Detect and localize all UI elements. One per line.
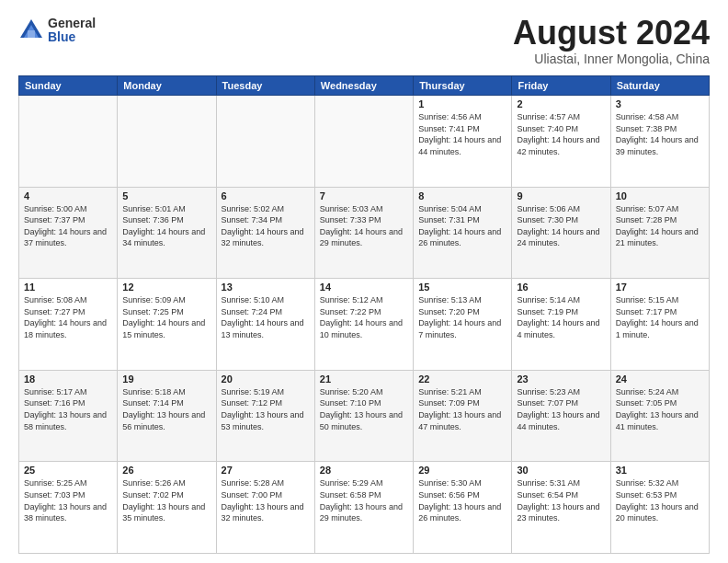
day-info: Sunrise: 5:29 AM Sunset: 6:58 PM Dayligh… <box>320 477 408 523</box>
table-row: 28Sunrise: 5:29 AM Sunset: 6:58 PM Dayli… <box>314 462 413 554</box>
day-number: 9 <box>517 190 605 201</box>
day-number: 16 <box>517 282 605 293</box>
col-saturday: Saturday <box>610 76 709 96</box>
page: General Blue August 2024 Uliastai, Inner… <box>0 0 728 563</box>
day-number: 31 <box>616 465 704 476</box>
day-info: Sunrise: 5:04 AM Sunset: 7:31 PM Dayligh… <box>418 203 506 249</box>
day-info: Sunrise: 5:32 AM Sunset: 6:53 PM Dayligh… <box>616 477 704 523</box>
day-info: Sunrise: 5:28 AM Sunset: 7:00 PM Dayligh… <box>222 477 310 523</box>
table-row: 31Sunrise: 5:32 AM Sunset: 6:53 PM Dayli… <box>610 462 709 554</box>
table-row: 15Sunrise: 5:13 AM Sunset: 7:20 PM Dayli… <box>414 279 512 371</box>
table-row: 11Sunrise: 5:08 AM Sunset: 7:27 PM Dayli… <box>19 279 118 371</box>
day-number: 19 <box>122 373 210 385</box>
day-number: 13 <box>222 282 310 293</box>
table-row: 3Sunrise: 4:58 AM Sunset: 7:38 PM Daylig… <box>610 96 709 188</box>
day-info: Sunrise: 5:31 AM Sunset: 6:54 PM Dayligh… <box>517 477 605 523</box>
day-number: 10 <box>616 190 704 201</box>
col-wednesday: Wednesday <box>314 76 413 96</box>
logo: General Blue <box>18 17 96 45</box>
table-row <box>216 96 314 188</box>
table-row: 16Sunrise: 5:14 AM Sunset: 7:19 PM Dayli… <box>512 279 610 371</box>
day-info: Sunrise: 5:00 AM Sunset: 7:37 PM Dayligh… <box>24 203 112 249</box>
table-row: 24Sunrise: 5:24 AM Sunset: 7:05 PM Dayli… <box>610 370 709 462</box>
day-info: Sunrise: 4:56 AM Sunset: 7:41 PM Dayligh… <box>418 111 506 157</box>
day-info: Sunrise: 5:20 AM Sunset: 7:10 PM Dayligh… <box>320 386 408 432</box>
day-info: Sunrise: 5:07 AM Sunset: 7:28 PM Dayligh… <box>616 203 704 249</box>
day-info: Sunrise: 5:19 AM Sunset: 7:12 PM Dayligh… <box>222 386 310 432</box>
table-row: 23Sunrise: 5:23 AM Sunset: 7:07 PM Dayli… <box>512 370 610 462</box>
logo-blue: Blue <box>48 30 96 44</box>
calendar-header-row: Sunday Monday Tuesday Wednesday Thursday… <box>19 76 710 96</box>
day-number: 30 <box>517 465 605 476</box>
day-number: 28 <box>320 465 408 476</box>
table-row: 13Sunrise: 5:10 AM Sunset: 7:24 PM Dayli… <box>216 279 314 371</box>
day-info: Sunrise: 5:24 AM Sunset: 7:05 PM Dayligh… <box>616 386 704 432</box>
title-block: August 2024 Uliastai, Inner Mongolia, Ch… <box>513 17 710 66</box>
day-info: Sunrise: 5:06 AM Sunset: 7:30 PM Dayligh… <box>517 203 605 249</box>
table-row: 25Sunrise: 5:25 AM Sunset: 7:03 PM Dayli… <box>19 462 118 554</box>
calendar-table: Sunday Monday Tuesday Wednesday Thursday… <box>18 75 710 554</box>
title-month: August 2024 <box>513 17 710 50</box>
day-info: Sunrise: 5:25 AM Sunset: 7:03 PM Dayligh… <box>24 477 112 523</box>
day-number: 7 <box>320 190 408 201</box>
day-number: 8 <box>418 190 506 201</box>
table-row: 2Sunrise: 4:57 AM Sunset: 7:40 PM Daylig… <box>512 96 610 188</box>
calendar-week-row: 4Sunrise: 5:00 AM Sunset: 7:37 PM Daylig… <box>19 187 710 279</box>
day-number: 18 <box>24 373 112 385</box>
day-number: 29 <box>418 465 506 476</box>
day-info: Sunrise: 5:03 AM Sunset: 7:33 PM Dayligh… <box>320 203 408 249</box>
day-info: Sunrise: 5:23 AM Sunset: 7:07 PM Dayligh… <box>517 386 605 432</box>
col-friday: Friday <box>512 76 610 96</box>
table-row: 4Sunrise: 5:00 AM Sunset: 7:37 PM Daylig… <box>19 187 118 279</box>
day-info: Sunrise: 5:09 AM Sunset: 7:25 PM Dayligh… <box>122 294 210 340</box>
table-row: 12Sunrise: 5:09 AM Sunset: 7:25 PM Dayli… <box>118 279 216 371</box>
day-number: 24 <box>616 373 704 385</box>
col-tuesday: Tuesday <box>216 76 314 96</box>
day-info: Sunrise: 5:01 AM Sunset: 7:36 PM Dayligh… <box>122 203 210 249</box>
logo-icon <box>18 17 44 43</box>
table-row: 8Sunrise: 5:04 AM Sunset: 7:31 PM Daylig… <box>414 187 512 279</box>
day-number: 1 <box>418 98 506 109</box>
day-number: 6 <box>222 190 310 201</box>
day-number: 11 <box>24 282 112 293</box>
calendar-week-row: 25Sunrise: 5:25 AM Sunset: 7:03 PM Dayli… <box>19 462 710 554</box>
table-row: 10Sunrise: 5:07 AM Sunset: 7:28 PM Dayli… <box>610 187 709 279</box>
table-row: 14Sunrise: 5:12 AM Sunset: 7:22 PM Dayli… <box>314 279 413 371</box>
day-info: Sunrise: 4:58 AM Sunset: 7:38 PM Dayligh… <box>616 111 704 157</box>
day-number: 17 <box>616 282 704 293</box>
day-info: Sunrise: 5:13 AM Sunset: 7:20 PM Dayligh… <box>418 294 506 340</box>
col-monday: Monday <box>118 76 216 96</box>
day-info: Sunrise: 5:02 AM Sunset: 7:34 PM Dayligh… <box>222 203 310 249</box>
table-row: 1Sunrise: 4:56 AM Sunset: 7:41 PM Daylig… <box>414 96 512 188</box>
table-row: 19Sunrise: 5:18 AM Sunset: 7:14 PM Dayli… <box>118 370 216 462</box>
day-number: 2 <box>517 98 605 109</box>
table-row: 9Sunrise: 5:06 AM Sunset: 7:30 PM Daylig… <box>512 187 610 279</box>
title-location: Uliastai, Inner Mongolia, China <box>513 52 710 66</box>
day-info: Sunrise: 5:30 AM Sunset: 6:56 PM Dayligh… <box>418 477 506 523</box>
logo-text: General Blue <box>48 17 96 45</box>
table-row: 26Sunrise: 5:26 AM Sunset: 7:02 PM Dayli… <box>118 462 216 554</box>
table-row: 20Sunrise: 5:19 AM Sunset: 7:12 PM Dayli… <box>216 370 314 462</box>
day-number: 21 <box>320 373 408 385</box>
table-row: 30Sunrise: 5:31 AM Sunset: 6:54 PM Dayli… <box>512 462 610 554</box>
calendar-week-row: 1Sunrise: 4:56 AM Sunset: 7:41 PM Daylig… <box>19 96 710 188</box>
day-number: 20 <box>222 373 310 385</box>
table-row: 21Sunrise: 5:20 AM Sunset: 7:10 PM Dayli… <box>314 370 413 462</box>
day-number: 4 <box>24 190 112 201</box>
day-info: Sunrise: 5:10 AM Sunset: 7:24 PM Dayligh… <box>222 294 310 340</box>
day-info: Sunrise: 5:18 AM Sunset: 7:14 PM Dayligh… <box>122 386 210 432</box>
day-number: 14 <box>320 282 408 293</box>
table-row: 22Sunrise: 5:21 AM Sunset: 7:09 PM Dayli… <box>414 370 512 462</box>
day-number: 26 <box>122 465 210 476</box>
table-row: 29Sunrise: 5:30 AM Sunset: 6:56 PM Dayli… <box>414 462 512 554</box>
day-info: Sunrise: 4:57 AM Sunset: 7:40 PM Dayligh… <box>517 111 605 157</box>
table-row <box>314 96 413 188</box>
table-row <box>118 96 216 188</box>
svg-rect-2 <box>28 30 35 38</box>
table-row <box>19 96 118 188</box>
table-row: 27Sunrise: 5:28 AM Sunset: 7:00 PM Dayli… <box>216 462 314 554</box>
col-sunday: Sunday <box>19 76 118 96</box>
day-info: Sunrise: 5:26 AM Sunset: 7:02 PM Dayligh… <box>122 477 210 523</box>
calendar-week-row: 11Sunrise: 5:08 AM Sunset: 7:27 PM Dayli… <box>19 279 710 371</box>
day-info: Sunrise: 5:12 AM Sunset: 7:22 PM Dayligh… <box>320 294 408 340</box>
